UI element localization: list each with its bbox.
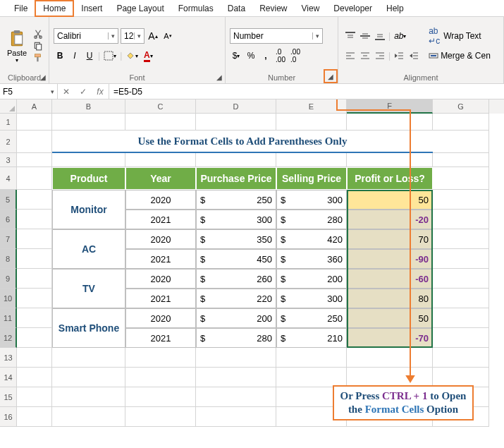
- cell-F10[interactable]: 80: [347, 289, 433, 308]
- menu-view[interactable]: View: [295, 1, 327, 16]
- cell-D5[interactable]: $250: [196, 190, 276, 210]
- cell-F4[interactable]: Profit or Loss?: [347, 167, 433, 190]
- cell-F5[interactable]: 50: [347, 190, 433, 210]
- name-box[interactable]: F5▾: [0, 84, 58, 99]
- cell-G8[interactable]: [433, 249, 489, 269]
- rowhead-12[interactable]: 12: [0, 328, 17, 348]
- rowhead-1[interactable]: 1: [0, 114, 17, 131]
- cell-A7[interactable]: [17, 229, 52, 249]
- rowhead-14[interactable]: 14: [0, 368, 17, 387]
- increase-decimal-button[interactable]: .0.00: [274, 48, 287, 63]
- cell-A5[interactable]: [17, 190, 52, 210]
- orientation-button[interactable]: ab▾: [393, 28, 407, 44]
- clipboard-launcher[interactable]: ◢: [38, 73, 47, 82]
- colhead-g[interactable]: G: [433, 99, 489, 114]
- cell-B14[interactable]: [52, 368, 125, 387]
- cell-D13[interactable]: [196, 348, 276, 368]
- cell-C3[interactable]: [125, 153, 196, 167]
- cell-G2[interactable]: [433, 131, 489, 153]
- cell-D4[interactable]: Purchase Price: [196, 167, 276, 190]
- menu-insert[interactable]: Insert: [74, 1, 109, 16]
- cell-C6[interactable]: 2021: [125, 210, 196, 229]
- cell-A11[interactable]: [17, 308, 52, 328]
- cell-C7[interactable]: 2020: [125, 229, 196, 249]
- cell-C5[interactable]: 2020: [125, 190, 196, 210]
- cell-D9[interactable]: $260: [196, 269, 276, 289]
- cell-A6[interactable]: [17, 210, 52, 229]
- cell-D10[interactable]: $220: [196, 289, 276, 308]
- cell-A13[interactable]: [17, 348, 52, 368]
- cell-G11[interactable]: [433, 308, 489, 328]
- cell-C11[interactable]: 2020: [125, 308, 196, 328]
- cell-A15[interactable]: [17, 387, 52, 407]
- align-bottom-button[interactable]: [374, 28, 386, 44]
- cell-G7[interactable]: [433, 229, 489, 249]
- cut-button[interactable]: [32, 28, 44, 40]
- align-right-button[interactable]: [374, 48, 386, 63]
- formula-input[interactable]: =E5-D5: [109, 84, 504, 99]
- cell-C8[interactable]: 2021: [125, 249, 196, 269]
- cell-G14[interactable]: [433, 368, 489, 387]
- cell-G10[interactable]: [433, 289, 489, 308]
- cell-G5[interactable]: [433, 190, 489, 210]
- cell-C10[interactable]: 2021: [125, 289, 196, 308]
- cell-C4[interactable]: Year: [125, 167, 196, 190]
- cell-A8[interactable]: [17, 249, 52, 269]
- rowhead-10[interactable]: 10: [0, 289, 17, 308]
- cell-E12[interactable]: $210: [276, 328, 347, 348]
- rowhead-2[interactable]: 2: [0, 131, 17, 153]
- font-launcher[interactable]: ◢: [214, 73, 223, 82]
- cell-G13[interactable]: [433, 348, 489, 368]
- colhead-a[interactable]: A: [17, 99, 52, 114]
- cell-A3[interactable]: [17, 153, 52, 167]
- cell-D8[interactable]: $450: [196, 249, 276, 269]
- cell-D7[interactable]: $350: [196, 229, 276, 249]
- cell-C1[interactable]: [125, 114, 196, 131]
- cell-F1[interactable]: [347, 114, 433, 131]
- wrap-text-button[interactable]: ab↵cWrap Text: [429, 28, 491, 44]
- cell-E11[interactable]: $250: [276, 308, 347, 328]
- cell-F14[interactable]: [347, 368, 433, 387]
- cell-B2[interactable]: Use the Format Cells to Add Parentheses …: [52, 131, 433, 153]
- colhead-b[interactable]: B: [52, 99, 125, 114]
- cell-E1[interactable]: [276, 114, 347, 131]
- formula-cancel-button[interactable]: ✕: [58, 84, 75, 99]
- cell-F11[interactable]: 50: [347, 308, 433, 328]
- font-color-button[interactable]: A▾: [142, 48, 154, 63]
- colhead-f[interactable]: F: [347, 99, 433, 114]
- select-all-corner[interactable]: [0, 99, 17, 114]
- cell-G3[interactable]: [433, 153, 489, 167]
- cell-A16[interactable]: [17, 407, 52, 427]
- cell-E7[interactable]: $420: [276, 229, 347, 249]
- rowhead-7[interactable]: 7: [0, 229, 17, 249]
- cell-G1[interactable]: [433, 114, 489, 131]
- cell-A2[interactable]: [17, 131, 52, 153]
- rowhead-16[interactable]: 16: [0, 407, 17, 427]
- rowhead-8[interactable]: 8: [0, 249, 17, 269]
- number-dialog-launcher-highlighted[interactable]: ◢: [324, 69, 338, 83]
- cell-B5[interactable]: Monitor: [52, 190, 125, 229]
- percent-format-button[interactable]: %: [245, 48, 257, 63]
- insert-function-button[interactable]: fx: [92, 84, 109, 99]
- colhead-d[interactable]: D: [196, 99, 276, 114]
- italic-button[interactable]: I: [68, 48, 81, 63]
- cell-A4[interactable]: [17, 167, 52, 190]
- cell-B9[interactable]: TV: [52, 269, 125, 308]
- cell-B11[interactable]: Smart Phone: [52, 308, 125, 348]
- menu-page-layout[interactable]: Page Layout: [109, 1, 171, 16]
- menu-review[interactable]: Review: [252, 1, 294, 16]
- borders-button[interactable]: ▾: [102, 48, 118, 63]
- cell-F8[interactable]: -90: [347, 249, 433, 269]
- cell-A1[interactable]: [17, 114, 52, 131]
- format-painter-button[interactable]: [32, 52, 44, 63]
- menu-help[interactable]: Help: [379, 1, 411, 16]
- cell-B15[interactable]: [52, 387, 125, 407]
- cell-B3[interactable]: [52, 153, 125, 167]
- cell-D1[interactable]: [196, 114, 276, 131]
- cell-F6[interactable]: -20: [347, 210, 433, 229]
- cell-C13[interactable]: [125, 348, 196, 368]
- align-left-button[interactable]: [344, 48, 357, 63]
- merge-center-button[interactable]: Merge & Cen: [429, 47, 491, 64]
- align-top-button[interactable]: [344, 28, 357, 44]
- rowhead-15[interactable]: 15: [0, 387, 17, 407]
